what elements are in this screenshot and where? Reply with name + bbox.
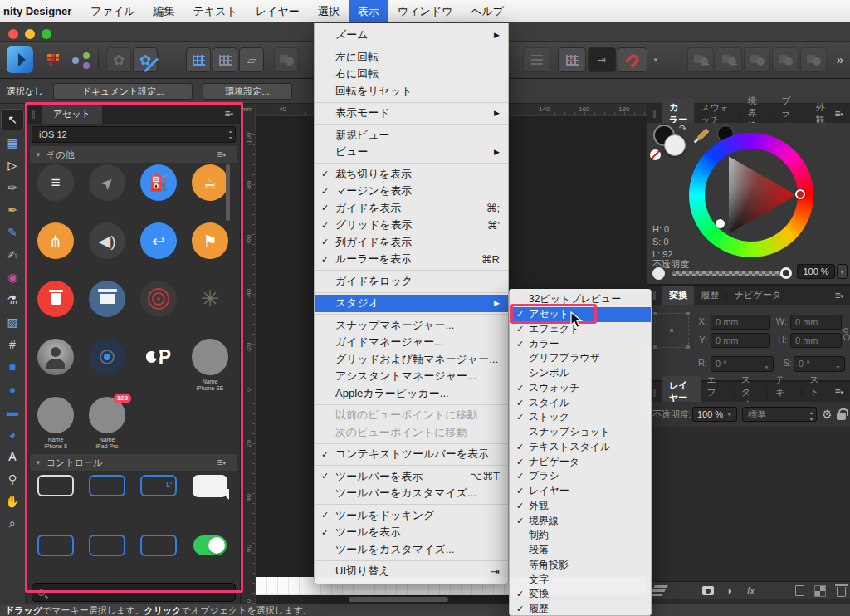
color-wheel[interactable] [689,133,813,257]
view-menu-item[interactable]: 回転をリセット [315,83,508,100]
menubar-item[interactable]: 編集 [144,0,184,22]
hue-selector[interactable] [795,189,805,199]
new-layer-button[interactable] [795,585,804,596]
opacity-slider[interactable] [672,271,782,276]
alignment-button[interactable] [523,47,551,72]
trash-asset[interactable] [30,281,81,339]
menubar-item[interactable]: 選択 [309,0,349,22]
field-control[interactable]: — [133,527,184,564]
view-menu-item[interactable]: ツールをカスタマイズ... [315,541,508,559]
node-tool[interactable]: ▷ [1,154,24,175]
assets-search-input[interactable] [32,583,236,602]
swap-colors-icon[interactable]: ↷ [679,123,686,134]
menubar-item[interactable]: テキスト [184,0,247,22]
view-menu-item[interactable]: ✓グリッドを表示⌘' [315,217,508,234]
studio-submenu-item[interactable]: ✓アセット [510,307,651,322]
snapping-options-dropdown[interactable]: ▼ [649,47,662,72]
view-menu-item[interactable]: ツールバーをカスタマイズ... [315,485,508,502]
pencil-tool[interactable]: ✎ [1,222,24,242]
view-menu-item[interactable]: アシスタントマネージャー... [315,368,508,385]
panel-menu-icon[interactable]: ≡▾ [834,108,850,120]
no-color-icon[interactable] [650,149,661,160]
button-control[interactable] [81,467,133,504]
artboard-tool[interactable]: ▦ [1,132,24,153]
view-menu-item[interactable]: 以前のビューポイントに移動 [315,407,508,424]
studio-submenu-item[interactable]: ✓ストック [510,410,651,425]
view-menu-item[interactable]: ✓マージンを表示 [315,183,508,200]
studio-submenu-item[interactable]: ✓ナビゲータ [510,454,651,469]
view-menu-item[interactable]: 新規ビュー [315,127,508,144]
view-menu-item[interactable]: ズーム▶ [315,27,508,44]
archive-asset[interactable] [81,281,133,339]
image-tool[interactable]: ▨ [1,311,24,332]
delete-layer-button[interactable] [837,587,846,597]
rectangle-tool[interactable]: ■ [1,356,24,377]
pixel-persona-button[interactable] [42,47,65,72]
apple-pay-asset[interactable]: P [133,339,184,397]
preferences-button[interactable]: 環境設定... [203,83,292,100]
studio-submenu-item[interactable]: ✓境界線 [510,513,651,528]
studio-submenu-item[interactable]: ✓ブラシ [510,469,651,484]
fill-color-swatch[interactable] [664,134,686,156]
gas-station-asset[interactable]: ⛽ [133,164,184,222]
device-asset[interactable]: Name iPad Pro123 [81,397,133,455]
studio-submenu-item[interactable]: 制約 [510,528,651,543]
view-menu-item[interactable]: ✓ツールをドッキング [315,507,508,525]
gear-icon[interactable]: ⚙ [822,408,833,421]
pixel-grid-button[interactable] [212,47,237,72]
view-menu-item[interactable]: ガイドマネージャー... [315,334,508,351]
studio-submenu-item[interactable]: ✓履歴 [510,602,651,616]
minimize-window-button[interactable] [25,29,35,39]
snapping-button[interactable] [618,47,647,72]
zoom-tool[interactable]: ⌕ [1,513,24,534]
close-window-button[interactable] [8,29,18,39]
studio-submenu-item[interactable]: ✓スタイル [510,395,651,410]
tab-assets[interactable]: アセット [42,105,102,124]
transform-x-field[interactable]: 0 mm [711,315,770,330]
lock-icon[interactable] [837,413,846,420]
view-menu-item[interactable]: ✓ツールを表示 [315,524,508,541]
device-asset[interactable]: Name iPhone 8 [30,397,81,455]
button-control[interactable] [30,467,81,504]
view-menu-item[interactable]: UI切り替え⇥ [315,563,508,580]
boolean-intersect-button[interactable] [744,47,770,72]
view-menu-item[interactable]: 表示モード▶ [315,105,508,122]
text-tool[interactable]: A [1,446,24,467]
pen-tool[interactable]: ✒ [1,199,24,220]
section-menu-icon[interactable]: ≡▾ [217,457,232,468]
section-menu-icon[interactable]: ≡▾ [217,149,232,160]
view-menu-item[interactable]: ✓列ガイドを表示 [315,234,508,252]
menubar-item[interactable]: ウィンドウ [388,0,462,22]
crop-tool[interactable]: # [1,334,24,354]
view-menu-item[interactable]: スタジオ▶ [315,295,508,312]
eyedropper-tool[interactable]: ⚲ [1,468,24,489]
button-control[interactable] [81,527,133,564]
mask-layer-button[interactable] [702,586,714,595]
vector-color-tool[interactable]: ◉ [1,266,24,287]
transform-mode-button[interactable]: ▱ [239,47,264,72]
device-asset[interactable]: Name iPhone SE [184,339,236,397]
button-control[interactable] [30,527,81,564]
layer-effects-button[interactable]: fx [747,585,755,597]
view-menu-item[interactable]: Appleカラーピッカー... [315,385,508,403]
pen-node-tool[interactable]: ✑ [1,177,24,198]
transparency-toggle-button[interactable] [815,586,825,596]
studio-submenu-item[interactable]: ✓エフェクト [510,322,651,337]
spinner-asset[interactable]: ✳ [184,281,236,339]
eyedropper-icon[interactable] [696,128,710,141]
transform-h-field[interactable]: 0 mm [790,333,842,348]
contact-asset[interactable] [30,339,81,397]
view-menu-item[interactable]: ✓ルーラーを表示⌘R [315,251,508,268]
boolean-subtract-button[interactable]: − [716,47,742,72]
studio-submenu-item[interactable]: ✓カラー [510,336,651,351]
view-menu-item[interactable]: ビュー▶ [315,144,508,161]
move-tool[interactable]: ↖ [1,109,24,130]
menubar-item[interactable]: レイヤー [247,0,309,22]
opacity-dropdown[interactable]: ▼ [837,264,848,279]
studio-submenu-item[interactable]: 32ビットプレビュー [510,292,651,307]
reply-asset[interactable]: ↩ [133,222,184,281]
collapse-triangle-icon[interactable]: ▼ [35,151,42,159]
assets-scrollbar[interactable] [226,164,230,221]
view-menu-item[interactable]: 左に回転 [315,49,508,66]
menubar-item[interactable]: ファイル [81,0,144,22]
